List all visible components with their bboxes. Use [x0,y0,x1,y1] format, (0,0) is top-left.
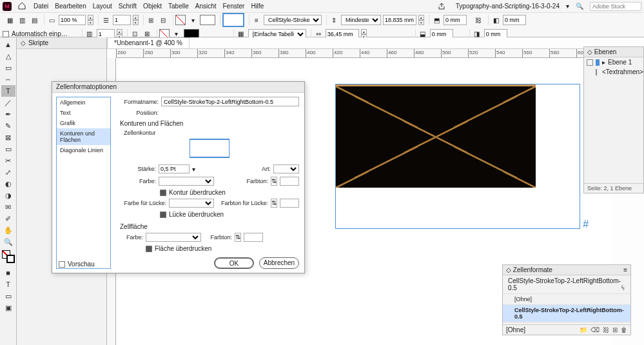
rect-tool[interactable]: ▭ [1,143,15,155]
menu-fenster[interactable]: Fenster [223,3,245,10]
gapcolor-select[interactable] [169,199,214,208]
color-select[interactable] [159,177,214,186]
table-cell[interactable] [336,84,536,188]
fill-tint-spinner[interactable]: ⇅ [235,233,241,242]
style-none[interactable]: [Ohne] [503,294,630,305]
white-swatch[interactable] [200,15,215,25]
fill-tint-input[interactable] [244,233,263,242]
menu-layout[interactable]: Layout [93,3,112,10]
cellstyles-title[interactable]: ◇ Zellenformate [506,266,552,273]
ok-button[interactable]: OK [214,257,254,269]
panel-menu-icon[interactable]: ≡ [623,266,627,273]
zoom-spinner[interactable]: ▴▾ [88,15,93,25]
menu-datei[interactable]: Datei [34,3,48,10]
tint-input[interactable] [280,177,299,186]
apply-color-tool[interactable]: ■ [1,267,15,279]
format-text-tool[interactable]: T [1,279,15,290]
pencil-tool[interactable]: ✎ [1,120,15,132]
zoom-tool[interactable]: 🔍 [1,236,15,248]
link-icon[interactable]: ⛓ [603,326,609,333]
style-selected[interactable]: CellStyle-StrokeTop-2-LeftRightBottom-0.… [503,305,630,322]
layer-row-1[interactable]: ▸Ebene 1 [584,57,643,67]
type-tool[interactable]: T [1,85,15,97]
menu-tabelle[interactable]: Tabelle [168,3,189,10]
folder-icon[interactable]: 📁 [580,326,587,333]
cancel-button[interactable]: Abbrechen [259,257,299,269]
constraint-select[interactable]: Mindestens [341,15,381,25]
zoom-input[interactable] [59,15,86,25]
eye-icon[interactable] [587,59,593,66]
gradient-swatch-tool[interactable]: ◐ [1,178,15,190]
scissors-tool[interactable]: ✂ [1,155,15,166]
note-tool[interactable]: ✉ [1,201,15,213]
type-select[interactable] [273,164,299,173]
fill-none-swatch[interactable] [175,15,186,25]
document-tab[interactable]: *Unbenannt-1 @ 400 % [107,37,190,48]
page-tool[interactable]: ▭ [1,62,15,74]
selection-tool[interactable]: ▲ [1,39,15,50]
project-name[interactable]: Typography-and-Scripting-16-3-0-24 [456,3,560,10]
share-icon[interactable] [438,3,445,10]
trash-icon[interactable]: 🗑 [621,326,627,333]
gaptint-spinner[interactable]: ⇅ [271,199,277,208]
rows-input[interactable] [113,15,131,25]
inset-left-input[interactable] [503,15,526,25]
menu-ansicht[interactable]: Ansicht [195,3,217,10]
rect-frame-tool[interactable]: ⊠ [1,132,15,143]
overprint-gap-checkbox[interactable] [160,212,166,218]
grid3-icon[interactable]: ▤ [29,15,39,25]
gaptint-input[interactable] [280,199,299,208]
screen-mode-tool[interactable]: ▣ [1,302,15,313]
free-transform-tool[interactable]: ⤢ [1,166,15,178]
height-input[interactable] [383,15,416,25]
inset-top-input[interactable] [444,15,467,25]
overprint-contour-checkbox[interactable] [160,190,166,196]
swatch-dd-icon[interactable]: ▾ [188,15,198,25]
new-icon[interactable]: ⊞ [612,326,618,333]
home-icon[interactable] [18,2,27,11]
layers-panel-title[interactable]: ◇ Ebenen [584,47,643,57]
layer-item-frame[interactable]: <Textrahmen> [584,67,643,77]
nav-allgemein[interactable]: Allgemein [57,97,110,108]
eyedropper-tool[interactable]: ✐ [1,213,15,224]
height-spinner[interactable]: ▴▾ [418,15,424,25]
line-tool[interactable]: ／ [1,97,15,108]
chevron-down-icon[interactable]: ▾ [566,3,569,10]
eye-icon[interactable] [596,69,597,75]
direct-select-tool[interactable]: △ [1,50,15,62]
gradient-feather-tool[interactable]: ◑ [1,190,15,201]
nav-text[interactable]: Text [57,108,110,118]
menu-hilfe[interactable]: Hilfe [251,3,264,10]
nav-konturen[interactable]: Konturen und Flächen [57,128,110,145]
merge-icon[interactable]: ⊞ [146,15,156,25]
cell-contour-preview[interactable] [190,139,229,158]
scripts-panel-title[interactable]: ◇ Skripte [17,37,106,49]
cellstyle-select[interactable]: CellStyle-StrokeTop-2-LeftRi… [264,15,322,25]
menu-bearbeiten[interactable]: Bearbeiten [55,3,86,10]
grid-icon[interactable]: ▦ [5,15,15,25]
nav-grafik[interactable]: Grafik [57,118,110,128]
grid2-icon[interactable]: ▥ [17,15,27,25]
view-mode-tool[interactable]: ▭ [1,290,15,302]
tint-spinner[interactable]: ⇅ [271,177,277,186]
strength-input[interactable] [159,164,190,173]
autofit-checkbox[interactable] [3,31,9,37]
menu-schrift[interactable]: Schrift [119,3,137,10]
nav-diagonal[interactable]: Diagonale Linien [57,145,110,155]
menu-objekt[interactable]: Objekt [143,3,162,10]
pen-tool[interactable]: ✒ [1,108,15,120]
merge2-icon[interactable]: ⊟ [158,15,168,25]
fill-color-select[interactable] [146,233,201,242]
formatname-input[interactable] [161,97,299,106]
link-icon[interactable]: ⛓ [473,15,483,25]
fill-stroke-control[interactable] [2,250,15,263]
clear-icon[interactable]: ⌫ [590,326,600,333]
text-frame[interactable]: # [335,84,580,229]
rows-spinner[interactable]: ▴▾ [133,15,139,25]
strength-dd-icon[interactable]: ▾ [192,166,195,173]
search-input[interactable] [590,2,641,11]
gap-tool[interactable]: ↔ [1,74,15,85]
overprint-fill-checkbox[interactable] [146,246,152,252]
hand-tool[interactable]: ✋ [1,224,15,236]
preview-checkbox[interactable] [59,261,65,268]
